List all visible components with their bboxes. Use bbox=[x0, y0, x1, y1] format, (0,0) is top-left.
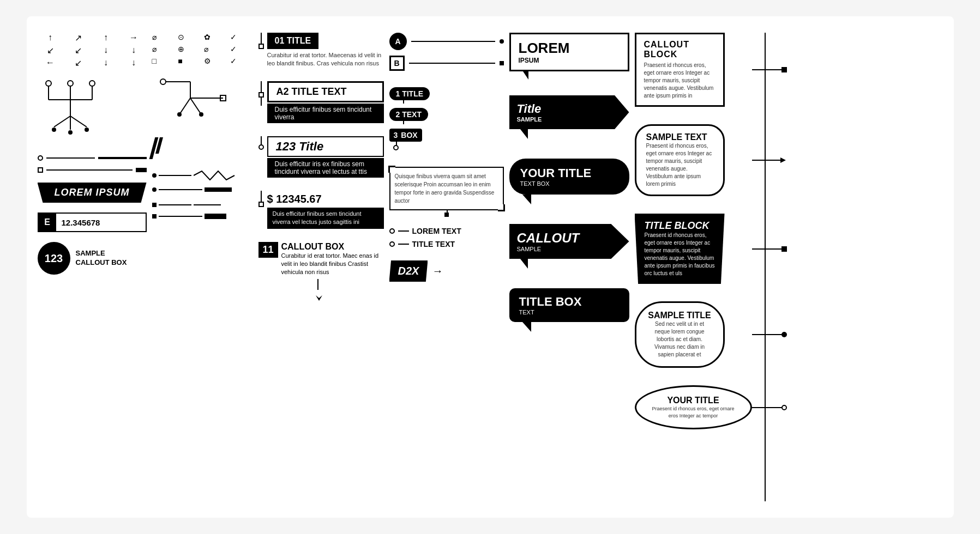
callout-item-5: 11 CALLOUT BOX Curabitur id erat tortor.… bbox=[258, 242, 384, 292]
bubble-your-title-text: YOUR TITLE bbox=[520, 166, 618, 180]
square-connector bbox=[38, 167, 43, 173]
bubble-title-box-sub: TEXT bbox=[519, 309, 620, 315]
rounded-callout-2: SAMPLE TEXT Praesent id rhoncus eros, eg… bbox=[635, 124, 725, 196]
ab-line bbox=[409, 63, 495, 64]
thick-end bbox=[136, 168, 147, 172]
frame-text: Quisque finibus viverra quam sit amet sc… bbox=[395, 172, 498, 205]
callout-title-4: $ 12345.67 bbox=[267, 191, 384, 208]
timeline-connector-2 bbox=[752, 160, 782, 161]
arrow-icon: ↓ bbox=[121, 45, 147, 56]
ellipse-callout-5: YOUR TITLE Praesent id rhoncus eros, ege… bbox=[635, 385, 752, 429]
oval-body-4: Sed nec velit ut in et neque lorem congu… bbox=[647, 320, 712, 359]
pill-connector-3: 3 BOX bbox=[389, 129, 504, 150]
timeline-item-4: SAMPLE TITLE Sed nec velit ut in et nequ… bbox=[635, 301, 752, 368]
svg-point-20 bbox=[177, 112, 182, 117]
main-card: ↑ ↗ ↑ → ↙ ↙ ↓ ↓ ← ↙ ↓ ↓ bbox=[27, 16, 954, 518]
thick-end bbox=[205, 214, 226, 219]
callout-rect-1: CALLOUT BLOCK Praesent id rhoncus eros, … bbox=[635, 33, 725, 107]
arrow-icon: ↓ bbox=[93, 58, 119, 68]
square-connector bbox=[152, 203, 157, 207]
bubble-callout-tail bbox=[520, 259, 528, 269]
arrows-grid: ↑ ↗ ↑ → ↙ ↙ ↓ ↓ ← ↙ ↓ ↓ bbox=[38, 33, 147, 68]
bubble-lorem-sub: IPSUM bbox=[519, 57, 620, 64]
timeline-line bbox=[765, 33, 766, 501]
callout-11-row: 11 CALLOUT BOX Curabitur id erat tortor.… bbox=[258, 242, 384, 277]
arrow-icon: ↑ bbox=[38, 33, 63, 43]
bubble-title: Title SAMPLE bbox=[509, 95, 629, 139]
timeline-item-5: YOUR TITLE Praesent id rhoncus eros, ege… bbox=[635, 385, 752, 429]
pill-num-3: 3 BOX bbox=[389, 129, 422, 142]
circuit-2-svg bbox=[152, 71, 229, 125]
column-1: ↑ ↗ ↑ → ↙ ↙ ↓ ↓ ← ↙ ↓ ↓ bbox=[38, 33, 147, 501]
d2x-box: D2X bbox=[389, 260, 428, 282]
arrow-icon: ← bbox=[38, 58, 63, 68]
callout-item-4: $ 12345.67 Duis efficitur finibus sem ti… bbox=[258, 191, 384, 229]
numbered-pills: 1 TITLE 2 TEXT 3 BOX bbox=[389, 87, 504, 150]
thick-bar bbox=[205, 187, 232, 192]
circle-open-1 bbox=[389, 228, 395, 234]
bubble-your-title: YOUR TITLE TEXT BOX bbox=[509, 159, 629, 204]
timeline-sq-1 bbox=[781, 67, 787, 72]
timeline-connector-4 bbox=[752, 334, 782, 335]
line-h bbox=[159, 175, 191, 176]
bubble-callout: CALLOUT SAMPLE bbox=[509, 224, 629, 269]
callout-item-2: A2 TITLE TEXT Duis efficitur finibus sem… bbox=[258, 81, 384, 123]
callout-body-5: Curabitur id erat tortor. Maec enas id v… bbox=[281, 252, 384, 277]
callout-sub-3: Duis efficitur iris ex finibus sem tinci… bbox=[267, 158, 384, 178]
svg-line-18 bbox=[179, 98, 190, 114]
lorem-label-1: LOREM TEXT bbox=[412, 227, 461, 235]
svg-point-13 bbox=[85, 128, 89, 132]
callout-body-1: Curabitur id erat tortor. Maecenas id ve… bbox=[267, 51, 384, 68]
circle-callout-row: 123 SAMPLECALLOUT BOX bbox=[38, 242, 147, 275]
bubble-title-shape: Title SAMPLE bbox=[509, 95, 629, 129]
h-bar-thick bbox=[152, 214, 253, 219]
pill-item-1: 1 TITLE bbox=[389, 87, 430, 100]
pill-line-1 bbox=[403, 100, 404, 104]
circle-connector bbox=[38, 155, 43, 161]
connectors-section bbox=[38, 155, 147, 173]
callout-num-11: 11 bbox=[258, 242, 278, 258]
horizontal-line bbox=[46, 157, 95, 159]
callout-item-3: 123 Title Duis efficitur iris ex finibus… bbox=[258, 136, 384, 178]
bubble-your-title-tail bbox=[522, 195, 531, 204]
square-letter-b: B bbox=[389, 56, 405, 71]
svg-point-0 bbox=[46, 81, 51, 86]
callout-title-2: A2 TITLE TEXT bbox=[267, 81, 384, 102]
bubble-title-box-text: TITLE BOX bbox=[519, 295, 620, 309]
timeline-circle-5 bbox=[781, 405, 787, 410]
dot-connector bbox=[152, 173, 157, 178]
circuit-tree bbox=[38, 78, 147, 145]
line bbox=[398, 230, 409, 232]
bubble-title-sub: SAMPLE bbox=[517, 116, 613, 123]
pill-num-2: 2 TEXT bbox=[389, 108, 428, 121]
d2x-row: D2X → bbox=[389, 260, 504, 282]
ab-square bbox=[500, 61, 504, 65]
timeline-dot-4 bbox=[781, 332, 787, 337]
icon: ⌀ bbox=[152, 33, 175, 41]
ellipse-title-5: YOUR TITLE bbox=[647, 396, 739, 405]
line-h bbox=[159, 204, 191, 205]
pill-connector-2: 2 TEXT bbox=[389, 108, 504, 124]
pill-item-2: 2 TEXT bbox=[389, 108, 428, 121]
line-h bbox=[159, 216, 202, 217]
arrow-down-svg bbox=[316, 290, 322, 301]
icon: ⌀ bbox=[152, 45, 175, 53]
h-bar-sq bbox=[152, 187, 253, 192]
h-bar-dot bbox=[152, 170, 253, 181]
ab-item-b: B bbox=[389, 56, 504, 71]
icon: ⚙ bbox=[204, 57, 227, 65]
conn-line-circle bbox=[38, 155, 147, 161]
callout-title-1: 01 TITLE bbox=[267, 33, 319, 49]
icon: ⌀ bbox=[204, 45, 227, 53]
column-6: CALLOUT BLOCK Praesent id rhoncus eros, … bbox=[635, 33, 782, 501]
callout-title-3: 123 Title bbox=[267, 136, 384, 157]
arrow-icon: ↓ bbox=[121, 58, 147, 68]
bubble-title-tail bbox=[520, 129, 528, 139]
horizontal-line bbox=[98, 157, 147, 159]
arrow-right-icon: → bbox=[432, 265, 443, 277]
icon: ⊕ bbox=[178, 45, 201, 53]
timeline-item-1: CALLOUT BLOCK Praesent id rhoncus eros, … bbox=[635, 33, 752, 107]
svg-point-2 bbox=[89, 81, 95, 86]
pill-item-3: 3 BOX bbox=[389, 129, 422, 142]
circle-letter-a: A bbox=[389, 33, 407, 50]
